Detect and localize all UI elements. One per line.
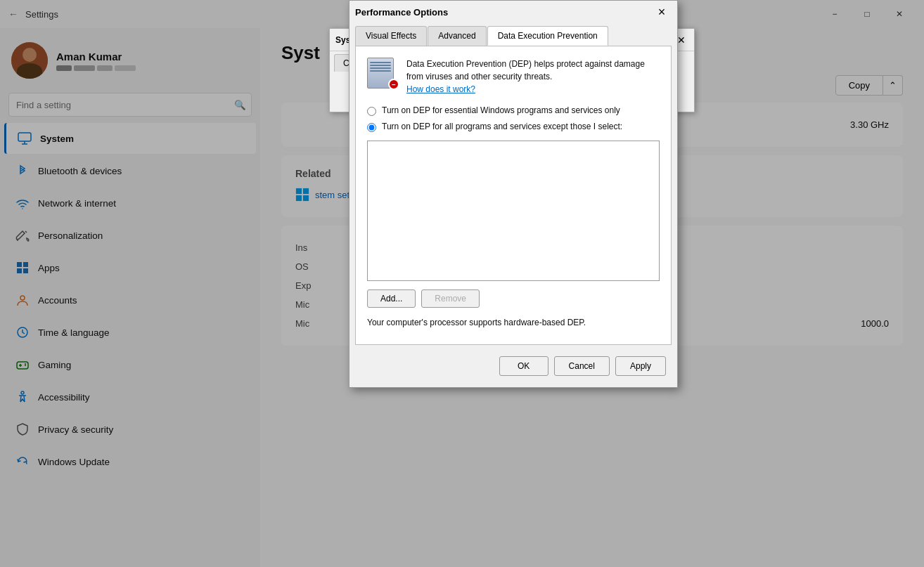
dep-icon: − bbox=[367, 58, 397, 87]
dep-add-button[interactable]: Add... bbox=[367, 289, 416, 308]
perf-dialog-title: Performance Options bbox=[355, 7, 652, 18]
dep-line-1 bbox=[370, 62, 391, 63]
dep-how-link[interactable]: How does it work? bbox=[406, 84, 475, 94]
dep-exception-list[interactable] bbox=[367, 141, 660, 281]
dep-radio-essential[interactable] bbox=[367, 107, 376, 116]
perf-dialog-content: − Data Execution Prevention (DEP) helps … bbox=[355, 46, 672, 345]
perf-dialog-titlebar: Performance Options × bbox=[349, 1, 677, 23]
dep-description: Data Execution Prevention (DEP) helps pr… bbox=[406, 58, 660, 96]
perf-tab-visual[interactable]: Visual Effects bbox=[355, 26, 427, 46]
ok-button[interactable]: OK bbox=[499, 356, 548, 376]
dep-radio-essential-label: Turn on DEP for essential Windows progra… bbox=[382, 105, 620, 115]
perf-dialog-tabs: Visual Effects Advanced Data Execution P… bbox=[349, 23, 677, 46]
dep-remove-button[interactable]: Remove bbox=[421, 289, 480, 308]
perf-close-button[interactable]: × bbox=[652, 2, 672, 22]
dep-red-circle: − bbox=[388, 79, 399, 90]
perf-dialog-footer: OK Cancel Apply bbox=[349, 351, 677, 387]
dep-radio-row-1: Turn on DEP for essential Windows progra… bbox=[367, 105, 660, 116]
dep-support-text: Your computer's processor supports hardw… bbox=[367, 318, 660, 327]
dep-line-4 bbox=[370, 70, 391, 72]
dep-radio-all[interactable] bbox=[367, 123, 376, 132]
perf-tab-advanced[interactable]: Advanced bbox=[428, 26, 486, 46]
dep-description-text: Data Execution Prevention (DEP) helps pr… bbox=[406, 59, 645, 82]
dep-radio-group: Turn on DEP for essential Windows progra… bbox=[367, 105, 660, 132]
dep-radio-row-2: Turn on DEP for all programs and service… bbox=[367, 122, 660, 132]
perf-tab-dep[interactable]: Data Execution Prevention bbox=[487, 26, 608, 46]
apply-button[interactable]: Apply bbox=[615, 356, 666, 376]
dep-actions: Add... Remove bbox=[367, 289, 660, 308]
cancel-button[interactable]: Cancel bbox=[554, 356, 610, 376]
dep-header: − Data Execution Prevention (DEP) helps … bbox=[367, 58, 660, 96]
performance-options-dialog: Performance Options × Visual Effects Adv… bbox=[349, 0, 678, 388]
dep-line-3 bbox=[370, 67, 391, 69]
dep-line-2 bbox=[370, 65, 391, 66]
dep-radio-all-label: Turn on DEP for all programs and service… bbox=[382, 122, 622, 131]
